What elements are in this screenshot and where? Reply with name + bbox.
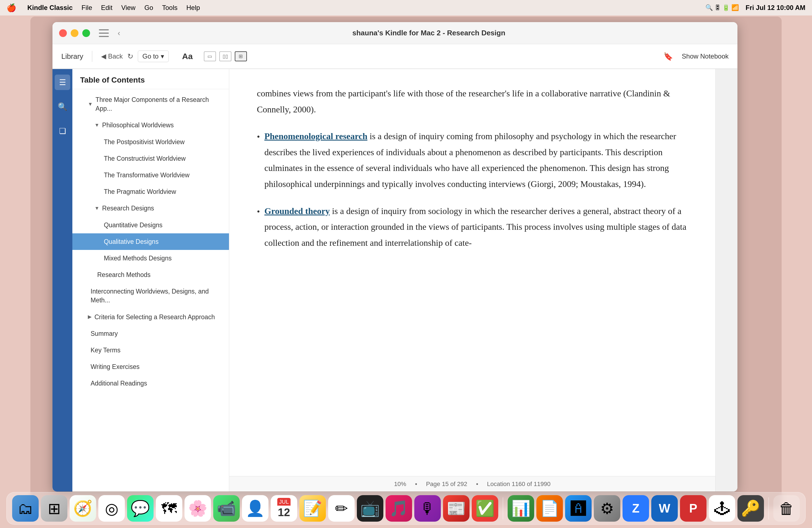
dock-music[interactable]: 🎵 — [386, 495, 412, 522]
dock-powerpoint[interactable]: P — [680, 495, 707, 522]
apple-menu[interactable]: 🍎 — [6, 3, 16, 12]
dock: 🗂 ⊞ 🧭 ◎ 💬 🗺 🌸 📹 👤 JUL 12 📝 ✏ 📺 🎵 🎙 📰 ✅ 📊… — [6, 492, 806, 525]
toc-item-label: Three Major Components of a Research App… — [96, 95, 222, 113]
view-menu[interactable]: View — [121, 4, 135, 12]
toc-item[interactable]: Key Terms — [72, 342, 229, 358]
bookmark-button[interactable]: 🔖 — [663, 52, 673, 61]
nav-group: ◀ Back ↻ Go to ▾ — [101, 50, 169, 62]
layers-icon-button[interactable]: ❏ — [55, 123, 70, 138]
sidebar-toggle[interactable] — [99, 29, 109, 37]
toc-item[interactable]: ▼ Research Designs — [72, 200, 229, 217]
dock-reminders[interactable]: ✅ — [472, 495, 498, 522]
grid-view[interactable]: ⊞ — [235, 52, 247, 61]
back-arrow[interactable]: ‹ — [115, 28, 122, 39]
toc-item-label: Additional Readings — [91, 379, 147, 388]
sidebar: ☰ 🔍 ❏ Table of Contents ▼ Three Major Co… — [53, 69, 229, 492]
search-icon-button[interactable]: 🔍 — [55, 99, 70, 114]
dock-calendar[interactable]: JUL 12 — [271, 495, 297, 522]
dock-messages[interactable]: 💬 — [127, 495, 154, 522]
dock-maps[interactable]: 🗺 — [156, 495, 182, 522]
dock-separator — [503, 497, 503, 519]
back-button[interactable]: ◀ Back — [101, 53, 122, 60]
bullet-item-phenomenological: • Phenomenological research is a design … — [257, 128, 688, 192]
toc-item[interactable]: The Transformative Worldview — [72, 167, 229, 184]
dock-zoom[interactable]: Z — [623, 495, 649, 522]
bullet-dot-2: • — [257, 204, 260, 251]
toc-item[interactable]: Research Methods — [72, 266, 229, 283]
toc-item-active[interactable]: Qualitative Designs — [72, 233, 229, 250]
dock-game[interactable]: 🕹 — [709, 495, 735, 522]
toc-item[interactable]: Additional Readings — [72, 375, 229, 392]
dock-photos[interactable]: 🌸 — [185, 495, 211, 522]
double-page-view[interactable]: ▯▯ — [219, 52, 231, 61]
reading-percent: 10% — [394, 481, 406, 488]
toc-item[interactable]: ▶ Criteria for Selecting a Research Appr… — [72, 309, 229, 325]
refresh-button[interactable]: ↻ — [127, 52, 133, 61]
goto-button[interactable]: Go to ▾ — [138, 50, 169, 62]
toc-item[interactable]: The Constructivist Worldview — [72, 150, 229, 167]
grounded-theory-link[interactable]: Grounded theory — [264, 206, 330, 216]
dock-chrome[interactable]: ◎ — [98, 495, 125, 522]
dock-news[interactable]: 📰 — [443, 495, 469, 522]
titlebar: ‹ shauna's Kindle for Mac 2 - Research D… — [53, 22, 737, 44]
dock-podcasts[interactable]: 🎙 — [414, 495, 441, 522]
library-button[interactable]: Library — [61, 52, 83, 61]
goto-arrow-icon: ▾ — [161, 53, 164, 60]
toc-item-label: The Pragmatic Worldview — [104, 187, 176, 196]
toc-item[interactable]: The Postpositivist Worldview — [72, 134, 229, 150]
minimize-button[interactable] — [71, 29, 78, 37]
kindle-content: ☰ 🔍 ❏ Table of Contents ▼ Three Major Co… — [53, 69, 737, 492]
edit-menu[interactable]: Edit — [101, 4, 112, 12]
menubar: 🍎 Kindle Classic File Edit View Go Tools… — [0, 0, 812, 15]
toc-item[interactable]: ▼ Three Major Components of a Research A… — [72, 91, 229, 117]
dock-tv[interactable]: 📺 — [357, 495, 383, 522]
toc-item-label: Philosophical Worldviews — [102, 121, 174, 130]
toc-item[interactable]: Interconnecting Worldviews, Designs, and… — [72, 283, 229, 308]
tools-menu[interactable]: Tools — [162, 4, 178, 12]
dock-freeform[interactable]: ✏ — [328, 495, 354, 522]
dock-word[interactable]: W — [651, 495, 678, 522]
fullscreen-button[interactable] — [82, 29, 90, 37]
toc-item[interactable]: Writing Exercises — [72, 358, 229, 375]
font-button[interactable]: Aa — [182, 52, 192, 61]
dock-facetime[interactable]: 📹 — [213, 495, 240, 522]
dock-notes[interactable]: 📝 — [300, 495, 326, 522]
toc-item[interactable]: The Pragmatic Worldview — [72, 184, 229, 200]
app-name[interactable]: Kindle Classic — [27, 4, 73, 12]
toc-item-label: The Constructivist Worldview — [104, 154, 186, 163]
show-notebook-button[interactable]: Show Notebook — [682, 53, 729, 60]
reading-page-info: Page 15 of 292 — [426, 481, 467, 488]
kindle-toolbar: Library ◀ Back ↻ Go to ▾ Aa ▭ ▯▯ ⊞ 🔖 Sho… — [53, 44, 737, 69]
file-menu[interactable]: File — [82, 4, 92, 12]
dock-safari[interactable]: 🧭 — [70, 495, 96, 522]
dock-trash[interactable]: 🗑 — [773, 495, 800, 522]
dock-appstore[interactable]: 🅰 — [565, 495, 592, 522]
toc-item-label: Writing Exercises — [91, 362, 140, 371]
go-menu[interactable]: Go — [144, 4, 153, 12]
dock-systemprefs[interactable]: ⚙ — [594, 495, 620, 522]
dock-launchpad[interactable]: ⊞ — [41, 495, 68, 522]
menubar-right: 🔍 🎛 🔋 📶 Fri Jul 12 10:00 AM — [706, 4, 806, 12]
toc-item[interactable]: Mixed Methods Designs — [72, 250, 229, 266]
toc-item[interactable]: ▼ Philosophical Worldviews — [72, 117, 229, 133]
toc-item[interactable]: Quantitative Designs — [72, 217, 229, 233]
dock-separator-2 — [768, 497, 769, 519]
toc-item-label: Quantitative Designs — [104, 221, 162, 230]
toc-arrow-icon: ▶ — [88, 313, 92, 320]
toc-item[interactable]: Summary — [72, 325, 229, 342]
toc-icon-button[interactable]: ☰ — [55, 75, 70, 90]
toc-item-label: Summary — [91, 329, 118, 338]
toc-item-label: Qualitative Designs — [104, 237, 159, 246]
view-icons: ▭ ▯▯ ⊞ — [204, 52, 247, 61]
toc-item-label: Mixed Methods Designs — [104, 254, 172, 263]
dock-numbers[interactable]: 📊 — [508, 495, 534, 522]
dock-pages[interactable]: 📄 — [536, 495, 563, 522]
help-menu[interactable]: Help — [186, 4, 200, 12]
dock-contacts[interactable]: 👤 — [242, 495, 269, 522]
dock-finder[interactable]: 🗂 — [12, 495, 39, 522]
single-page-view[interactable]: ▭ — [204, 52, 216, 61]
dock-keychain[interactable]: 🔑 — [737, 495, 764, 522]
phenomenological-link[interactable]: Phenomenological research — [264, 131, 367, 141]
toc-arrow-icon: ▼ — [95, 205, 99, 212]
close-button[interactable] — [59, 29, 67, 37]
